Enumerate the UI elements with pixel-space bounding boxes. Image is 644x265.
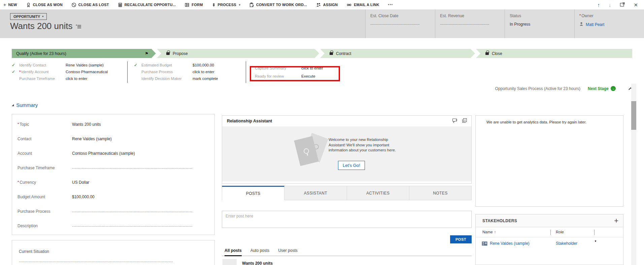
entity-type-selector[interactable]: OPPORTUNITY ▾ <box>10 13 47 20</box>
more-commands-button[interactable]: ••• <box>388 3 393 6</box>
nav-up-icon[interactable]: ↑ <box>597 2 600 7</box>
new-button[interactable]: + NEW <box>3 2 17 7</box>
check-icon: ✓ <box>12 69 19 74</box>
step-value-link[interactable]: click to enter <box>301 66 342 70</box>
vertical-scrollbar[interactable] <box>631 84 636 265</box>
process-steps-column-1: ✓ Identify Contact Rene Valdes (sample) … <box>12 62 125 82</box>
link-icon <box>346 2 352 7</box>
currency-link[interactable]: US Dollar <box>72 180 214 185</box>
step-identify-decision-maker: Identify Decision Maker mark complete <box>134 75 238 82</box>
stage-close[interactable]: Close <box>476 49 632 58</box>
tab-activities[interactable]: ACTIVITIES <box>347 186 409 200</box>
tab-notes[interactable]: NOTES <box>409 186 472 200</box>
stakeholder-row[interactable]: Rene Valdes (sample) Stakeholder ▼ <box>476 237 623 250</box>
header-field-est-close-date[interactable]: Est. Close Date ------------------------… <box>365 9 435 38</box>
header-fields: Est. Close Date ------------------------… <box>365 9 644 38</box>
relationship-assistant-body: Welcome to your new Relationship Assista… <box>222 126 471 181</box>
recalculate-opportunity-button[interactable]: RECALCULATE OPPORTU... <box>118 2 176 7</box>
cards-stack-icon[interactable] <box>462 118 467 124</box>
feedback-bubble-icon[interactable] <box>452 118 458 124</box>
owner-link[interactable]: Matt Peart <box>586 22 604 27</box>
step-value-link[interactable]: Rene Valdes (sample) <box>66 63 125 67</box>
field-label: Est. Close Date <box>370 13 435 18</box>
stakeholder-role-link[interactable]: Stakeholder <box>556 241 577 246</box>
stage-name: Close <box>492 51 502 56</box>
tab-assistant[interactable]: ASSISTANT <box>284 186 347 200</box>
execute-link[interactable]: Execute <box>301 74 342 78</box>
lets-go-button[interactable]: Let's Go! <box>338 161 365 170</box>
contact-link[interactable]: Rene Valdes (sample) <box>72 137 214 141</box>
step-value: $100,000.00 <box>193 63 238 67</box>
close-icon[interactable]: ✕ <box>634 2 638 7</box>
close-as-lost-button[interactable]: CLOSE AS LOST <box>71 2 109 7</box>
field-description[interactable]: Description ----------------------------… <box>12 218 214 233</box>
form-button[interactable]: FORM <box>184 2 203 7</box>
column-header-role[interactable]: Role <box>556 230 564 234</box>
field-value: Wants 200 units <box>72 122 214 127</box>
process-steps-column-3: Capture Summary click to enter Ready for… <box>255 62 342 80</box>
tab-posts[interactable]: POSTS <box>222 186 284 200</box>
field-account[interactable]: Account Contoso Pharmaceuticals (sample) <box>12 146 214 160</box>
lock-icon <box>166 52 170 55</box>
popout-icon[interactable] <box>620 2 625 7</box>
title-list-icon[interactable] <box>76 21 81 31</box>
plus-icon: + <box>3 2 6 7</box>
step-purchase-process: Purchase Process click to enter <box>134 68 238 75</box>
empty-value-dashes[interactable]: ----------------------------------------… <box>19 259 209 263</box>
relationship-assistant-card: Relationship Assistant Welcome to your n… <box>222 115 472 184</box>
email-a-link-button[interactable]: EMAIL A LINK <box>346 2 379 7</box>
next-stage-button[interactable]: Next Stage → <box>588 86 616 91</box>
field-contact[interactable]: Contact Rene Valdes (sample) <box>12 131 214 146</box>
scrollbar-thumb[interactable] <box>631 101 636 130</box>
step-value-link[interactable]: click to enter <box>66 77 125 81</box>
stakeholder-name-link[interactable]: Rene Valdes (sample) <box>490 241 530 246</box>
flag-icon: ⚑ <box>145 51 148 56</box>
step-estimated-budget: ✓ Estimated Budget $100,000.00 <box>134 62 238 68</box>
record-header: OPPORTUNITY ▾ Wants 200 units Est. Close… <box>0 9 644 38</box>
stage-contract[interactable]: Contract <box>320 49 475 58</box>
summary-section-header[interactable]: ◢ Summary <box>12 102 38 108</box>
field-label: Est. Revenue <box>440 13 505 18</box>
filter-auto-posts[interactable]: Auto posts <box>250 248 270 256</box>
field-budget-amount[interactable]: Budget Amount $100,000.00 <box>12 189 214 204</box>
post-button[interactable]: POST <box>450 235 472 243</box>
field-purchase-timeframe[interactable]: Purchase Timeframe ---------------------… <box>12 160 214 175</box>
field-purchase-process[interactable]: Purchase Process -----------------------… <box>12 204 214 218</box>
header-field-est-revenue[interactable]: Est. Revenue ---------------------------… <box>435 9 505 38</box>
analytics-error-message: We are unable to get analytics data. Ple… <box>486 120 616 124</box>
filter-all-posts[interactable]: All posts <box>225 248 242 256</box>
filter-user-posts[interactable]: User posts <box>278 248 297 256</box>
header-field-owner[interactable]: *Owner Matt Peart <box>574 9 644 38</box>
step-value-link[interactable]: mark complete <box>193 77 238 81</box>
lock-icon <box>330 52 333 55</box>
field-currency[interactable]: *Currency US Dollar <box>12 175 214 189</box>
account-link[interactable]: Contoso Pharmaceuticals (sample) <box>72 151 214 156</box>
window-controls: ↑ ↓ ✕ <box>597 0 638 9</box>
process-menu-button[interactable]: PROCESS ▾ <box>212 2 240 7</box>
ribbon-icon <box>26 2 31 7</box>
step-purchase-timeframe: Purchase Timeframe click to enter <box>12 75 125 82</box>
add-stakeholder-icon[interactable]: + <box>614 217 618 225</box>
check-icon: ✓ <box>134 63 141 67</box>
person-icon <box>579 22 583 27</box>
lock-icon <box>485 52 489 55</box>
close-as-won-button[interactable]: CLOSE AS WON <box>26 2 63 7</box>
nav-down-icon[interactable]: ↓ <box>609 2 611 7</box>
contact-card-icon <box>482 241 487 247</box>
step-identify-account: ✓ *Identify Account Contoso Pharmaceutic… <box>12 68 125 75</box>
row-dropdown-icon[interactable]: ▼ <box>594 240 597 243</box>
stage-qualify[interactable]: Qualify (Active for 23 hours) ⚑ <box>12 49 156 58</box>
field-topic[interactable]: *Topic Wants 200 units <box>12 117 214 131</box>
next-stage-arrow-icon: → <box>611 86 616 91</box>
entity-type-label: OPPORTUNITY <box>13 14 40 19</box>
convert-to-work-order-button[interactable]: CONVERT TO WORK ORD... <box>249 2 307 7</box>
assign-button[interactable]: ASSIGN <box>316 2 338 7</box>
stage-propose[interactable]: Propose <box>157 49 319 58</box>
step-value-link[interactable]: click to enter <box>193 70 238 74</box>
ellipsis-icon: ••• <box>388 3 393 6</box>
required-asterisk: * <box>19 70 21 74</box>
column-header-name[interactable]: Name↑ <box>482 230 496 234</box>
process-steps-column-2: ✓ Estimated Budget $100,000.00 Purchase … <box>134 62 238 82</box>
post-input[interactable] <box>222 211 472 228</box>
step-value-link[interactable]: Contoso Pharmaceutical <box>66 70 125 74</box>
